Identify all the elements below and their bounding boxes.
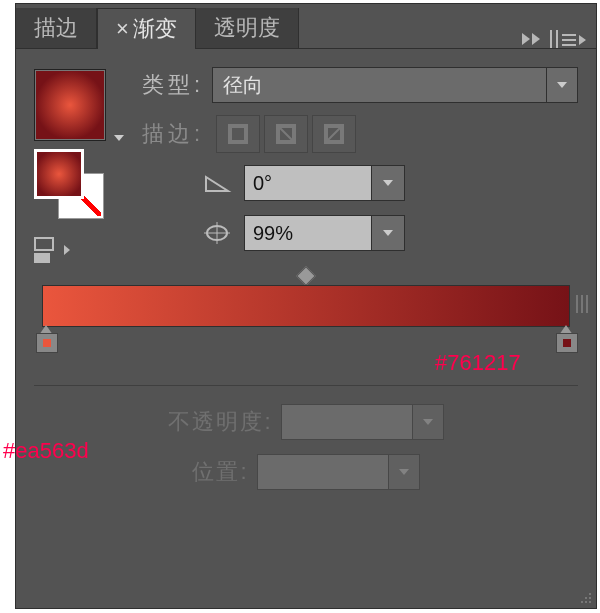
- angle-field[interactable]: [244, 165, 405, 201]
- label-stroke: 描边:: [142, 119, 204, 149]
- fast-forward-icon[interactable]: [522, 33, 540, 45]
- svg-rect-0: [230, 126, 246, 142]
- tab-stroke[interactable]: 描边: [16, 8, 97, 48]
- chevron-down-icon[interactable]: [371, 166, 404, 200]
- angle-input[interactable]: [245, 166, 371, 200]
- slider-guide-icon: [576, 295, 590, 313]
- gradient-preview[interactable]: [34, 69, 106, 141]
- type-value: 径向: [213, 72, 546, 99]
- annotation-right-hex: #761217: [435, 350, 521, 376]
- label-position: 位置:: [192, 457, 248, 487]
- aspect-ratio-icon: [200, 218, 234, 248]
- gradient-panel: 描边 ×渐变 透明度: [15, 3, 597, 609]
- flyout-menu-icon[interactable]: [562, 32, 588, 46]
- svg-line-4: [326, 126, 342, 142]
- swap-icon[interactable]: [34, 237, 74, 263]
- annotation-left-hex: #ea563d: [3, 438, 89, 464]
- fill-stroke-swatches[interactable]: [34, 149, 104, 219]
- stroke-mode-2: [264, 115, 308, 153]
- label-type: 类型:: [142, 70, 204, 100]
- opacity-field: [281, 404, 444, 440]
- fill-swatch[interactable]: [34, 149, 84, 199]
- chevron-down-icon: [546, 68, 577, 102]
- preview-dropdown-icon[interactable]: [114, 135, 124, 141]
- tab-gradient-label: 渐变: [133, 16, 177, 41]
- position-field: [257, 454, 420, 490]
- svg-line-2: [278, 126, 294, 142]
- label-opacity: 不透明度:: [168, 407, 272, 437]
- type-select[interactable]: 径向: [212, 67, 578, 103]
- tab-bar: 描边 ×渐变 透明度: [16, 4, 596, 49]
- midpoint-stop[interactable]: [296, 266, 316, 286]
- aspect-ratio-input[interactable]: [245, 216, 371, 250]
- chevron-down-icon[interactable]: [371, 216, 404, 250]
- stroke-mode-3: [312, 115, 356, 153]
- aspect-ratio-field[interactable]: [244, 215, 405, 251]
- tab-transparency[interactable]: 透明度: [196, 8, 299, 48]
- color-stop-left[interactable]: [36, 325, 56, 351]
- resize-grip-icon[interactable]: [578, 590, 592, 604]
- stroke-mode-1: [216, 115, 260, 153]
- close-icon: ×: [116, 16, 129, 41]
- gradient-track[interactable]: [42, 285, 570, 327]
- divider-icon: [550, 30, 552, 48]
- angle-icon: [200, 168, 234, 198]
- gradient-slider[interactable]: [42, 277, 570, 357]
- color-stop-right[interactable]: [556, 325, 576, 351]
- tab-gradient[interactable]: ×渐变: [97, 8, 196, 49]
